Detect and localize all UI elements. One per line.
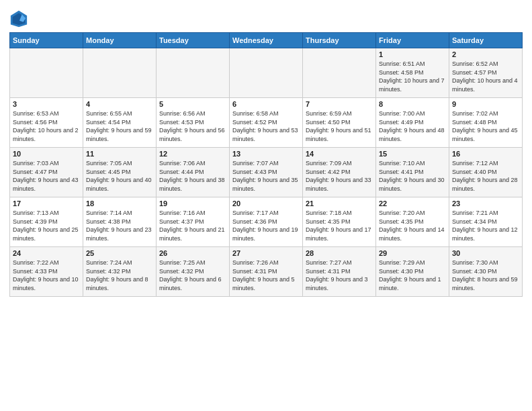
calendar-week-4: 17Sunrise: 7:13 AM Sunset: 4:39 PM Dayli… xyxy=(10,197,523,247)
day-number: 19 xyxy=(159,199,226,208)
calendar-cell: 16Sunrise: 7:12 AM Sunset: 4:40 PM Dayli… xyxy=(449,148,523,197)
calendar-cell: 26Sunrise: 7:25 AM Sunset: 4:32 PM Dayli… xyxy=(157,247,230,297)
weekday-header-saturday: Saturday xyxy=(449,33,523,48)
day-number: 27 xyxy=(232,249,300,257)
day-info: Sunrise: 7:00 AM Sunset: 4:49 PM Dayligh… xyxy=(379,109,446,143)
calendar-header: SundayMondayTuesdayWednesdayThursdayFrid… xyxy=(10,33,523,48)
day-number: 26 xyxy=(159,249,226,257)
calendar-cell: 23Sunrise: 7:21 AM Sunset: 4:34 PM Dayli… xyxy=(449,197,523,247)
day-info: Sunrise: 7:07 AM Sunset: 4:43 PM Dayligh… xyxy=(232,159,300,193)
calendar-cell: 28Sunrise: 7:27 AM Sunset: 4:31 PM Dayli… xyxy=(303,247,376,297)
calendar-cell: 6Sunrise: 6:58 AM Sunset: 4:52 PM Daylig… xyxy=(230,98,303,148)
day-info: Sunrise: 6:58 AM Sunset: 4:52 PM Dayligh… xyxy=(232,109,300,143)
day-number: 11 xyxy=(86,150,153,158)
calendar-cell: 22Sunrise: 7:20 AM Sunset: 4:35 PM Dayli… xyxy=(376,197,449,247)
day-number: 7 xyxy=(306,100,373,108)
day-number: 14 xyxy=(306,150,373,158)
calendar-cell: 13Sunrise: 7:07 AM Sunset: 4:43 PM Dayli… xyxy=(230,148,303,197)
calendar-cell: 24Sunrise: 7:22 AM Sunset: 4:33 PM Dayli… xyxy=(10,247,83,297)
day-number: 30 xyxy=(452,249,519,257)
calendar-cell: 29Sunrise: 7:29 AM Sunset: 4:30 PM Dayli… xyxy=(376,247,449,297)
calendar-week-5: 24Sunrise: 7:22 AM Sunset: 4:33 PM Dayli… xyxy=(10,247,523,297)
day-info: Sunrise: 7:22 AM Sunset: 4:33 PM Dayligh… xyxy=(13,259,80,292)
calendar-week-2: 3Sunrise: 6:53 AM Sunset: 4:56 PM Daylig… xyxy=(10,98,523,148)
day-number: 25 xyxy=(86,249,153,257)
calendar-cell: 27Sunrise: 7:26 AM Sunset: 4:31 PM Dayli… xyxy=(230,247,303,297)
calendar-cell: 12Sunrise: 7:06 AM Sunset: 4:44 PM Dayli… xyxy=(157,148,230,197)
calendar-cell: 1Sunrise: 6:51 AM Sunset: 4:58 PM Daylig… xyxy=(376,48,449,98)
calendar-cell: 18Sunrise: 7:14 AM Sunset: 4:38 PM Dayli… xyxy=(83,197,157,247)
weekday-header-friday: Friday xyxy=(376,33,449,48)
day-info: Sunrise: 7:27 AM Sunset: 4:31 PM Dayligh… xyxy=(306,259,373,292)
day-info: Sunrise: 6:55 AM Sunset: 4:54 PM Dayligh… xyxy=(86,109,153,143)
day-info: Sunrise: 6:52 AM Sunset: 4:57 PM Dayligh… xyxy=(452,60,519,93)
day-number: 23 xyxy=(452,199,519,208)
day-info: Sunrise: 7:10 AM Sunset: 4:41 PM Dayligh… xyxy=(379,159,446,193)
weekday-header-sunday: Sunday xyxy=(10,33,83,48)
day-info: Sunrise: 7:12 AM Sunset: 4:40 PM Dayligh… xyxy=(452,159,519,193)
day-number: 2 xyxy=(452,50,519,58)
calendar-cell: 9Sunrise: 7:02 AM Sunset: 4:48 PM Daylig… xyxy=(449,98,523,148)
calendar-cell: 20Sunrise: 7:17 AM Sunset: 4:36 PM Dayli… xyxy=(230,197,303,247)
calendar-cell xyxy=(303,48,376,98)
calendar-cell: 25Sunrise: 7:24 AM Sunset: 4:32 PM Dayli… xyxy=(83,247,157,297)
calendar-body: 1Sunrise: 6:51 AM Sunset: 4:58 PM Daylig… xyxy=(10,48,523,297)
day-number: 12 xyxy=(159,150,226,158)
day-info: Sunrise: 7:24 AM Sunset: 4:32 PM Dayligh… xyxy=(86,259,153,292)
day-info: Sunrise: 7:20 AM Sunset: 4:35 PM Dayligh… xyxy=(379,209,446,242)
day-info: Sunrise: 6:56 AM Sunset: 4:53 PM Dayligh… xyxy=(159,109,226,143)
calendar-cell: 8Sunrise: 7:00 AM Sunset: 4:49 PM Daylig… xyxy=(376,98,449,148)
day-info: Sunrise: 7:06 AM Sunset: 4:44 PM Dayligh… xyxy=(159,159,226,193)
day-number: 9 xyxy=(452,100,519,108)
day-number: 6 xyxy=(232,100,300,108)
calendar-cell: 15Sunrise: 7:10 AM Sunset: 4:41 PM Dayli… xyxy=(376,148,449,197)
day-number: 10 xyxy=(13,150,80,158)
day-number: 1 xyxy=(379,50,446,58)
day-number: 20 xyxy=(232,199,300,208)
day-info: Sunrise: 7:03 AM Sunset: 4:47 PM Dayligh… xyxy=(13,159,80,193)
calendar-cell: 3Sunrise: 6:53 AM Sunset: 4:56 PM Daylig… xyxy=(10,98,83,148)
calendar-cell: 17Sunrise: 7:13 AM Sunset: 4:39 PM Dayli… xyxy=(10,197,83,247)
day-number: 15 xyxy=(379,150,446,158)
day-info: Sunrise: 6:53 AM Sunset: 4:56 PM Dayligh… xyxy=(13,109,80,143)
day-info: Sunrise: 7:02 AM Sunset: 4:48 PM Dayligh… xyxy=(452,109,519,143)
calendar-cell: 4Sunrise: 6:55 AM Sunset: 4:54 PM Daylig… xyxy=(83,98,157,148)
day-number: 28 xyxy=(306,249,373,257)
day-number: 29 xyxy=(379,249,446,257)
day-info: Sunrise: 7:26 AM Sunset: 4:31 PM Dayligh… xyxy=(232,259,300,292)
day-number: 8 xyxy=(379,100,446,108)
day-info: Sunrise: 7:25 AM Sunset: 4:32 PM Dayligh… xyxy=(159,259,226,292)
day-info: Sunrise: 7:09 AM Sunset: 4:42 PM Dayligh… xyxy=(306,159,373,193)
day-number: 13 xyxy=(232,150,300,158)
day-info: Sunrise: 7:14 AM Sunset: 4:38 PM Dayligh… xyxy=(86,209,153,242)
day-info: Sunrise: 7:13 AM Sunset: 4:39 PM Dayligh… xyxy=(13,209,80,242)
day-number: 17 xyxy=(13,199,80,208)
page-container: SundayMondayTuesdayWednesdayThursdayFrid… xyxy=(0,0,532,304)
day-number: 4 xyxy=(86,100,153,108)
calendar-cell xyxy=(230,48,303,98)
day-number: 18 xyxy=(86,199,153,208)
logo-icon xyxy=(9,9,28,28)
day-number: 22 xyxy=(379,199,446,208)
header xyxy=(9,7,523,28)
day-info: Sunrise: 6:51 AM Sunset: 4:58 PM Dayligh… xyxy=(379,60,446,93)
calendar-week-1: 1Sunrise: 6:51 AM Sunset: 4:58 PM Daylig… xyxy=(10,48,523,98)
day-info: Sunrise: 7:17 AM Sunset: 4:36 PM Dayligh… xyxy=(232,209,300,242)
day-info: Sunrise: 6:59 AM Sunset: 4:50 PM Dayligh… xyxy=(306,109,373,143)
day-number: 24 xyxy=(13,249,80,257)
logo xyxy=(9,9,30,28)
day-info: Sunrise: 7:16 AM Sunset: 4:37 PM Dayligh… xyxy=(159,209,226,242)
calendar-cell xyxy=(83,48,157,98)
day-info: Sunrise: 7:21 AM Sunset: 4:34 PM Dayligh… xyxy=(452,209,519,242)
calendar-cell: 19Sunrise: 7:16 AM Sunset: 4:37 PM Dayli… xyxy=(157,197,230,247)
weekday-header-monday: Monday xyxy=(83,33,157,48)
day-number: 16 xyxy=(452,150,519,158)
day-info: Sunrise: 7:29 AM Sunset: 4:30 PM Dayligh… xyxy=(379,259,446,292)
weekday-header-thursday: Thursday xyxy=(303,33,376,48)
calendar-cell: 21Sunrise: 7:18 AM Sunset: 4:35 PM Dayli… xyxy=(303,197,376,247)
day-info: Sunrise: 7:05 AM Sunset: 4:45 PM Dayligh… xyxy=(86,159,153,193)
day-info: Sunrise: 7:30 AM Sunset: 4:30 PM Dayligh… xyxy=(452,259,519,292)
day-info: Sunrise: 7:18 AM Sunset: 4:35 PM Dayligh… xyxy=(306,209,373,242)
day-number: 3 xyxy=(13,100,80,108)
calendar-cell: 5Sunrise: 6:56 AM Sunset: 4:53 PM Daylig… xyxy=(157,98,230,148)
